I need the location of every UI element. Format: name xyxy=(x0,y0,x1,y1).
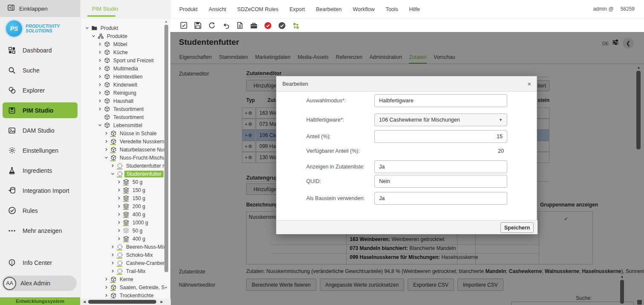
menu-bearbeiten[interactable]: Bearbeiten xyxy=(316,6,342,12)
chevron-right-icon[interactable] xyxy=(104,277,109,281)
chevron-right-icon[interactable] xyxy=(117,188,121,192)
status-squares-icon[interactable] xyxy=(291,20,301,31)
tab-pim-studio[interactable]: PIM Studio xyxy=(92,6,118,12)
tree-node-multimedia[interactable]: Multimedia xyxy=(80,64,165,73)
chevron-right-icon[interactable] xyxy=(110,253,115,257)
tree-node-400-g[interactable]: 400 g xyxy=(80,210,165,218)
chevron-right-icon[interactable] xyxy=(98,67,102,70)
chevron-down-icon[interactable] xyxy=(98,123,102,127)
menu-tools[interactable]: Tools xyxy=(385,6,398,12)
field-input[interactable] xyxy=(374,130,507,143)
tree-node-testsortiment[interactable]: Testsortiment xyxy=(80,113,165,121)
tree-node-1000-g[interactable]: 1000 g xyxy=(80,218,165,227)
chevron-right-icon[interactable] xyxy=(117,204,121,208)
collapse-panel-button[interactable]: Einklappen xyxy=(0,0,80,17)
menu-sdzecom-rules[interactable]: SDZeCOM Rules xyxy=(237,6,279,12)
save-check-icon[interactable] xyxy=(178,20,189,31)
field-input[interactable] xyxy=(374,160,507,173)
save-button[interactable]: Speichern xyxy=(500,222,534,233)
tree-node-schoko-mix[interactable]: Schoko-Mix xyxy=(80,251,165,259)
sidebar-item-explorer[interactable]: Explorer xyxy=(0,80,80,100)
chevron-right-icon[interactable] xyxy=(117,180,121,184)
chevron-right-icon[interactable] xyxy=(104,139,109,143)
chevron-down-icon[interactable] xyxy=(91,34,96,38)
tree-node-studentenfutter-mi[interactable]: Studentenfutter mi xyxy=(80,162,165,170)
tree-node-produkte[interactable]: Produkte xyxy=(80,32,165,40)
tree-node-beeren-nuss-mix[interactable]: Beeren-Nuss-Mix xyxy=(80,243,165,251)
tree-node-n-sse-in-schale[interactable]: Nüsse in Schale xyxy=(80,129,165,137)
field-select[interactable]: 106 Cashewkerne für Mischungen▼ xyxy=(374,113,507,126)
menu-export[interactable]: Export xyxy=(290,6,305,12)
chevron-right-icon[interactable] xyxy=(110,269,115,273)
chevron-right-icon[interactable] xyxy=(98,99,102,103)
sidebar-item-ingredients[interactable]: Ingredients xyxy=(0,160,80,180)
sidebar-item-mehr-anzeigen[interactable]: Mehr anzeigen xyxy=(0,221,80,241)
chevron-right-icon[interactable] xyxy=(98,50,102,54)
user-menu[interactable]: AA Alex Admin xyxy=(2,276,77,291)
tree-node-200-g[interactable]: 200 g xyxy=(80,202,165,210)
chevron-right-icon[interactable] xyxy=(98,58,102,62)
document-icon[interactable] xyxy=(235,20,245,31)
tree-node-testsortiment[interactable]: Testsortiment xyxy=(80,105,165,113)
chevron-down-icon[interactable] xyxy=(104,156,109,160)
menu-hilfe[interactable]: Hilfe xyxy=(409,6,420,12)
tree-node-lebensmittel[interactable]: Lebensmittel xyxy=(80,121,165,129)
tree-scroll-down-arrow[interactable]: ▼ xyxy=(164,286,168,290)
sidebar-item-einstellungen[interactable]: Einstellungen xyxy=(0,140,80,160)
sidebar-item-dam-studio[interactable]: DAM Studio xyxy=(0,120,80,140)
sidebar-item-rules[interactable]: Rules xyxy=(0,200,80,221)
save-icon[interactable] xyxy=(193,20,203,31)
check-dark-icon[interactable] xyxy=(277,20,287,31)
chevron-right-icon[interactable] xyxy=(117,237,121,241)
sidebar-item-info-center[interactable]: Info Center xyxy=(0,254,80,271)
sidebar-item-suche[interactable]: Suche xyxy=(0,60,80,80)
tree-scroll-left-arrow[interactable]: ◀ xyxy=(83,300,86,304)
tree-node-cashew-cranberry[interactable]: Cashew-Cranberry- xyxy=(80,259,165,267)
menu-ansicht[interactable]: Ansicht xyxy=(209,6,226,12)
chevron-down-icon[interactable] xyxy=(110,172,115,176)
chevron-right-icon[interactable] xyxy=(98,75,102,78)
tree-node-400-g[interactable]: 400 g xyxy=(80,235,165,243)
field-input[interactable] xyxy=(374,94,507,107)
reload-icon[interactable] xyxy=(207,20,217,31)
tree-hscroll-thumb[interactable] xyxy=(88,300,156,304)
tree-node-produkt[interactable]: Produkt xyxy=(80,24,165,32)
tree-node-veredelte-nusskerne[interactable]: Veredelte Nusskerne & xyxy=(80,137,165,145)
briefcase-icon[interactable] xyxy=(249,20,259,31)
chevron-right-icon[interactable] xyxy=(98,91,102,95)
chevron-right-icon[interactable] xyxy=(117,212,121,216)
chevron-right-icon[interactable] xyxy=(104,293,109,297)
chevron-right-icon[interactable] xyxy=(117,221,121,224)
tree-node-kerne[interactable]: Kerne xyxy=(80,275,165,283)
tree-node-haushalt[interactable]: Haushalt xyxy=(80,97,165,105)
tree-node-studentenfutter[interactable]: Studentenfutter xyxy=(80,170,165,178)
chevron-down-icon[interactable] xyxy=(85,26,89,30)
tree-node-k-che[interactable]: Küche xyxy=(80,48,165,56)
chevron-right-icon[interactable] xyxy=(117,229,121,232)
tree-node-reinigung[interactable]: Reinigung xyxy=(80,89,165,97)
chevron-right-icon[interactable] xyxy=(117,196,121,200)
chevron-right-icon[interactable] xyxy=(110,261,115,265)
field-input[interactable] xyxy=(374,175,507,188)
check-red-icon[interactable] xyxy=(263,20,273,31)
chevron-right-icon[interactable] xyxy=(98,83,102,87)
tree-node-50-g[interactable]: 50 g xyxy=(80,227,165,235)
chevron-right-icon[interactable] xyxy=(110,245,115,249)
sidebar-item-integration-import[interactable]: Integration Import xyxy=(0,180,80,200)
undo-icon[interactable] xyxy=(221,20,231,31)
tree-node-sport-und-freizeit[interactable]: Sport und Freizeit xyxy=(80,56,165,64)
tree-node-150-g[interactable]: 150 g xyxy=(80,186,165,194)
chevron-right-icon[interactable] xyxy=(98,42,102,46)
tree-scroll-up-arrow[interactable]: ▲ xyxy=(164,20,168,23)
sidebar-item-dashboard[interactable]: Dashboard xyxy=(0,40,80,60)
tree-node-kinderwelt[interactable]: Kinderwelt xyxy=(80,81,165,89)
tree-node-naturbelassene-nussk[interactable]: Naturbelassene Nussk xyxy=(80,145,165,154)
tree-scroll-right-arrow[interactable]: ▶ xyxy=(161,300,163,304)
chevron-right-icon[interactable] xyxy=(104,148,109,151)
tree-node-saaten-getreide-sons[interactable]: Saaten, Getreide, Sons xyxy=(80,283,165,291)
close-icon[interactable]: × xyxy=(527,80,531,87)
field-input[interactable] xyxy=(374,192,507,205)
tree-node-m-bel[interactable]: Möbel xyxy=(80,40,165,48)
tree-node-trockenfr-chte[interactable]: Trockenfrüchte xyxy=(80,291,165,299)
tree-node-nuss-frucht-mischung[interactable]: Nuss-Frucht-Mischung xyxy=(80,154,165,162)
